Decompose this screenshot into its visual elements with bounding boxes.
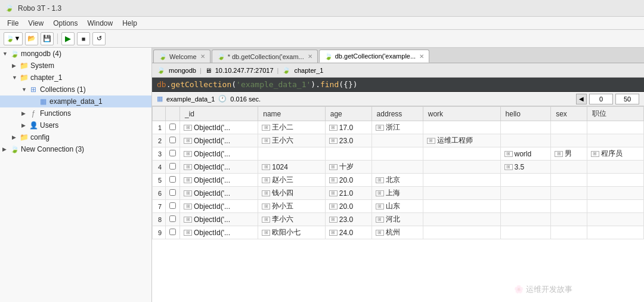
row-checkbox[interactable] (166, 187, 180, 200)
cell-sex (551, 174, 587, 187)
results-time-icon: 🕐 (218, 95, 227, 103)
menu-view[interactable]: View (23, 18, 48, 29)
menu-help[interactable]: Help (117, 18, 142, 29)
row-checkbox[interactable] (166, 226, 180, 239)
table-header-row: _id name age address work hello sex 职位 (153, 107, 644, 121)
nav-page-input[interactable] (589, 94, 613, 104)
cell-name: ⊞钱小四 (258, 187, 326, 200)
nav-pagesize-input[interactable] (615, 94, 639, 104)
table-row[interactable]: 5 ⊞ObjectId('... ⊞赵小三 ⊞20.0 ⊞北京 (153, 174, 644, 187)
cell-sex (551, 187, 587, 200)
menu-file[interactable]: File (2, 18, 23, 29)
row-checkbox[interactable] (166, 134, 180, 147)
row-number: 9 (153, 226, 166, 239)
sidebar-label-collections: Collections (1) (40, 85, 86, 94)
cell-grid-icon: ⊞ (329, 230, 338, 236)
cell-age: ⊞23.0 (325, 134, 371, 147)
tree-arrow-chapter1: ▼ (12, 75, 19, 81)
table-row[interactable]: 3 ⊞ObjectId('... ⊞world ⊞男 ⊞程序员 (153, 147, 644, 161)
cell-grid-icon: ⊞ (262, 204, 270, 209)
tab-welcome-icon: 🍃 (159, 53, 167, 60)
toolbar-open-btn[interactable]: 📂 (25, 32, 38, 45)
toolbar: 🍃▼ 📂 💾 ▶ ■ ↺ (0, 30, 644, 48)
menu-options[interactable]: Options (48, 18, 82, 29)
col-work[interactable]: work (423, 107, 500, 121)
tab-query1-close[interactable]: ✕ (308, 53, 312, 60)
cell-sex (551, 121, 587, 134)
col-check (166, 107, 180, 121)
cell-name: ⊞1024 (258, 161, 326, 174)
table-row[interactable]: 4 ⊞ObjectId('... ⊞1024 ⊞十岁 ⊞3.5 (153, 161, 644, 174)
cell-grid-icon: ⊞ (329, 164, 338, 170)
tree-arrow-collections: ▼ (21, 87, 29, 93)
sidebar-item-config[interactable]: ▶ 📁 config (0, 131, 151, 143)
sidebar-item-new-connection[interactable]: ▶ 🍃 New Connection (3) (0, 143, 151, 155)
row-checkbox[interactable] (166, 121, 180, 134)
sidebar-item-functions[interactable]: ▶ ƒ Functions (0, 107, 151, 119)
tab-query1-label: * db.getCollection('exam... (228, 53, 304, 60)
cell-sex (551, 226, 587, 239)
tree-arrow-system: ▶ (12, 63, 19, 69)
cell-grid-icon: ⊞ (555, 151, 563, 157)
cell-job (587, 174, 643, 187)
table-row[interactable]: 1 ⊞ObjectId('... ⊞王小二 ⊞17.0 ⊞浙江 (153, 121, 644, 134)
col-job[interactable]: 职位 (587, 107, 643, 121)
toolbar-run-btn[interactable]: ▶ (61, 32, 75, 45)
nav-prev-btn[interactable]: ◀ (576, 94, 587, 104)
row-checkbox[interactable] (166, 174, 180, 187)
row-checkbox[interactable] (166, 161, 180, 174)
cell-work (423, 174, 500, 187)
tab-query2-close[interactable]: ✕ (419, 53, 424, 60)
query-string: 'example_data_1' (236, 80, 311, 89)
col-id[interactable]: _id (180, 107, 258, 121)
tab-welcome-close[interactable]: ✕ (200, 53, 205, 60)
table-row[interactable]: 2 ⊞ObjectId('... ⊞王小六 ⊞23.0 ⊞运维工程师 (153, 134, 644, 147)
cell-hello (500, 121, 551, 134)
table-row[interactable]: 9 ⊞ObjectId('... ⊞欧阳小七 ⊞24.0 ⊞杭州 (153, 226, 644, 239)
row-checkbox[interactable] (166, 213, 180, 226)
cell-grid-icon: ⊞ (591, 151, 599, 157)
cell-name: ⊞王小二 (258, 121, 326, 134)
row-checkbox[interactable] (166, 147, 180, 161)
toolbar-stop-btn[interactable]: ■ (77, 32, 90, 45)
title-bar: 🍃 Robo 3T - 1.3 (0, 0, 644, 17)
toolbar-refresh-btn[interactable]: ↺ (92, 32, 106, 45)
toolbar-dropdown-btn[interactable]: 🍃▼ (4, 32, 23, 45)
sidebar-label-config: config (30, 133, 49, 141)
cell-age: ⊞17.0 (325, 121, 371, 134)
menu-window[interactable]: Window (83, 18, 118, 29)
toolbar-save-btn[interactable]: 💾 (41, 32, 54, 45)
cell-grid-icon: ⊞ (376, 190, 384, 196)
cell-name: ⊞李小六 (258, 213, 326, 226)
col-hello[interactable]: hello (500, 107, 551, 121)
tab-query2[interactable]: 🍃 db.getCollection('example... ✕ (319, 50, 429, 63)
cell-name (258, 147, 326, 161)
col-age[interactable]: age (325, 107, 371, 121)
row-number: 3 (153, 147, 166, 161)
tab-welcome[interactable]: 🍃 Welcome ✕ (153, 50, 210, 63)
sidebar-item-mongodb[interactable]: ▼ 🍃 mongodb (4) (0, 48, 151, 60)
col-sex[interactable]: sex (551, 107, 587, 121)
cell-address (371, 147, 423, 161)
col-name[interactable]: name (258, 107, 326, 121)
table-row[interactable]: 7 ⊞ObjectId('... ⊞孙小五 ⊞20.0 ⊞山东 (153, 200, 644, 213)
col-address[interactable]: address (371, 107, 423, 121)
tab-query1[interactable]: 🍃 * db.getCollection('exam... ✕ (212, 50, 318, 63)
cell-sex (551, 213, 587, 226)
sidebar-item-system[interactable]: ▶ 📁 System (0, 60, 151, 72)
sidebar-item-collections[interactable]: ▼ ⊞ Collections (1) (0, 84, 151, 95)
cell-grid-icon: ⊞ (329, 204, 338, 209)
cell-grid-icon: ⊞ (184, 204, 192, 209)
cell-grid-icon: ⊞ (184, 230, 192, 236)
cell-grid-icon: ⊞ (427, 138, 435, 144)
sidebar-item-users[interactable]: ▶ 👤 Users (0, 119, 151, 131)
cell-work (423, 213, 500, 226)
cell-grid-icon: ⊞ (376, 204, 384, 209)
sidebar-item-example-data-1[interactable]: ▦ example_data_1 (0, 95, 151, 107)
table-row[interactable]: 8 ⊞ObjectId('... ⊞李小六 ⊞23.0 ⊞河北 (153, 213, 644, 226)
table-row[interactable]: 6 ⊞ObjectId('... ⊞钱小四 ⊞21.0 ⊞上海 (153, 187, 644, 200)
sidebar-item-chapter1[interactable]: ▼ 📁 chapter_1 (0, 72, 151, 84)
cell-grid-icon: ⊞ (184, 125, 192, 131)
row-checkbox[interactable] (166, 200, 180, 213)
query-bar[interactable]: db.getCollection('example_data_1').find(… (152, 78, 644, 92)
